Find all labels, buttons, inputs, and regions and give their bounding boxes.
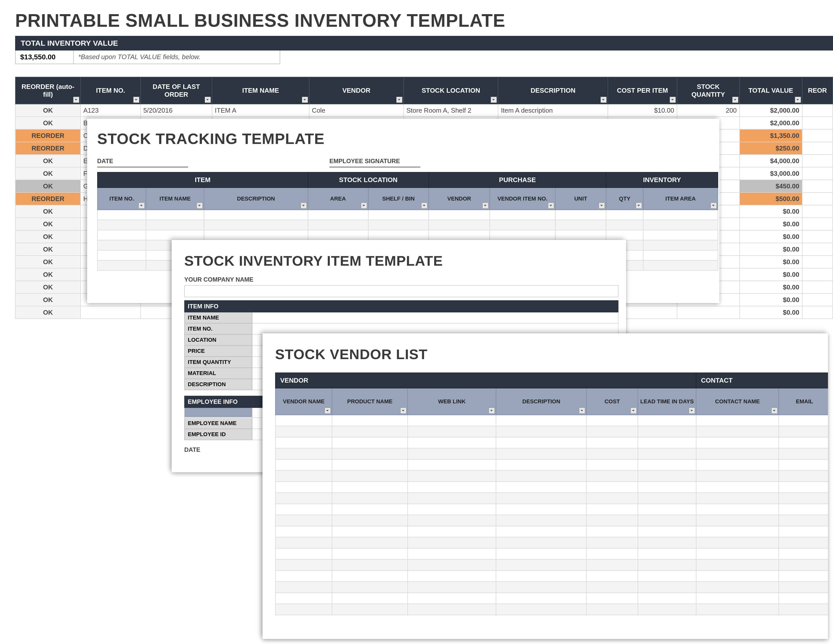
signature-input-line[interactable] (330, 165, 420, 167)
col-date[interactable]: DATE OF LAST ORDER (141, 77, 212, 104)
cell-stock-location[interactable]: Store Room A, Shelf 2 (404, 104, 498, 117)
filter-icon[interactable] (670, 97, 676, 103)
col-reorder[interactable]: REORDER (auto-fill) (15, 77, 80, 104)
cell-reor-cut[interactable] (802, 192, 833, 205)
sub-email[interactable]: EMAIL (779, 388, 828, 415)
sub-web-link[interactable]: WEB LINK (408, 388, 496, 415)
sub-vendor[interactable]: VENDOR (429, 188, 490, 210)
filter-icon[interactable] (138, 203, 145, 209)
filter-icon[interactable] (301, 203, 307, 209)
cell-qty[interactable]: 200 (677, 104, 740, 117)
date-input-line[interactable] (97, 165, 188, 167)
panel-title: STOCK INVENTORY ITEM TEMPLATE (184, 253, 626, 269)
sub-vendor-item[interactable]: VENDOR ITEM NO. (490, 188, 555, 210)
cell-reor-cut[interactable] (802, 142, 833, 155)
cell-total: $0.00 (740, 281, 802, 293)
filter-icon[interactable] (302, 97, 308, 103)
cell-reor-cut[interactable] (802, 155, 833, 167)
form-label: EMPLOYEE ID (184, 429, 252, 440)
filter-icon[interactable] (197, 203, 203, 209)
cell-reor-cut[interactable] (802, 268, 833, 281)
filter-icon[interactable] (482, 203, 489, 209)
company-name-label: YOUR COMPANY NAME (184, 276, 626, 283)
company-name-input[interactable] (184, 285, 618, 297)
sub-cost[interactable]: COST (586, 388, 638, 415)
filter-icon[interactable] (579, 407, 585, 414)
filter-icon[interactable] (396, 97, 402, 103)
cell-item-no[interactable]: A123 (80, 104, 141, 117)
sub-description[interactable]: DESCRIPTION (496, 388, 586, 415)
sub-item-no[interactable]: ITEM NO. (97, 188, 146, 210)
filter-icon[interactable] (489, 407, 495, 414)
col-reor-cut[interactable]: REOR (802, 77, 833, 104)
filter-icon[interactable] (600, 97, 606, 103)
form-value[interactable] (252, 312, 618, 324)
cell-reor-cut[interactable] (802, 293, 833, 306)
cell-reor-cut[interactable] (802, 180, 833, 192)
filter-icon[interactable] (795, 97, 801, 103)
reorder-status: OK (15, 205, 80, 218)
filter-icon[interactable] (361, 203, 367, 209)
sub-qty[interactable]: QTY (606, 188, 643, 210)
filter-icon[interactable] (599, 203, 605, 209)
sub-unit[interactable]: UNIT (555, 188, 606, 210)
col-qty[interactable]: STOCK QUANTITY (677, 77, 740, 104)
cell-date[interactable]: 5/20/2016 (141, 104, 212, 117)
filter-icon[interactable] (630, 407, 637, 414)
cell-reor-cut[interactable] (802, 104, 833, 117)
total-inventory-value-label: TOTAL INVENTORY VALUE (15, 36, 833, 50)
cell-vendor[interactable]: Cole (309, 104, 404, 117)
sub-area[interactable]: AREA (308, 188, 368, 210)
cell-reor-cut[interactable] (802, 167, 833, 180)
filter-icon[interactable] (133, 97, 139, 103)
filter-icon[interactable] (73, 97, 79, 103)
cell-item-name[interactable]: ITEM A (212, 104, 309, 117)
reorder-status: REORDER (15, 129, 80, 142)
filter-icon[interactable] (491, 97, 497, 103)
col-total[interactable]: TOTAL VALUE (740, 77, 802, 104)
sub-shelf[interactable]: SHELF / BIN (368, 188, 429, 210)
cell-reor-cut[interactable] (802, 281, 833, 293)
col-item-name[interactable]: ITEM NAME (212, 77, 309, 104)
cell-qty[interactable] (677, 306, 740, 319)
cell-description[interactable]: Item A description (498, 104, 608, 117)
cell-reor-cut[interactable] (802, 243, 833, 256)
signature-field: EMPLOYEE SIGNATURE (330, 158, 420, 167)
table-row (275, 437, 828, 448)
col-stock-location[interactable]: STOCK LOCATION (404, 77, 498, 104)
col-vendor[interactable]: VENDOR (309, 77, 404, 104)
cell-reor-cut[interactable] (802, 205, 833, 218)
filter-icon[interactable] (711, 203, 717, 209)
cell-reor-cut[interactable] (802, 256, 833, 268)
cell-reor-cut[interactable] (802, 117, 833, 129)
reorder-status: OK (15, 117, 80, 129)
sub-description[interactable]: DESCRIPTION (204, 188, 308, 210)
filter-icon[interactable] (421, 203, 427, 209)
cell-reor-cut[interactable] (802, 306, 833, 319)
sub-contact-name[interactable]: CONTACT NAME (696, 388, 779, 415)
sub-lead-time[interactable]: LEAD TIME IN DAYS (638, 388, 696, 415)
reorder-status: OK (15, 230, 80, 243)
cell-reor-cut[interactable] (802, 129, 833, 142)
cell-item-no[interactable] (80, 306, 141, 319)
filter-icon[interactable] (636, 203, 642, 209)
filter-icon[interactable] (548, 203, 554, 209)
filter-icon[interactable] (325, 407, 331, 414)
sub-item-area[interactable]: ITEM AREA (643, 188, 718, 210)
cell-reor-cut[interactable] (802, 218, 833, 230)
sub-item-name[interactable]: ITEM NAME (146, 188, 204, 210)
filter-icon[interactable] (772, 407, 777, 414)
sub-product-name[interactable]: PRODUCT NAME (332, 388, 407, 415)
col-cost[interactable]: COST PER ITEM (608, 77, 677, 104)
filter-icon[interactable] (205, 97, 211, 103)
total-note: *Based upon TOTAL VALUE fields, below. (74, 50, 205, 64)
filter-icon[interactable] (400, 407, 407, 414)
filter-icon[interactable] (732, 97, 738, 103)
filter-icon[interactable] (689, 407, 695, 414)
cell-cost[interactable]: $10.00 (608, 104, 677, 117)
form-value[interactable] (252, 324, 618, 335)
col-item-no[interactable]: ITEM NO. (80, 77, 141, 104)
col-description[interactable]: DESCRIPTION (498, 77, 608, 104)
sub-vendor-name[interactable]: VENDOR NAME (275, 388, 332, 415)
cell-reor-cut[interactable] (802, 230, 833, 243)
